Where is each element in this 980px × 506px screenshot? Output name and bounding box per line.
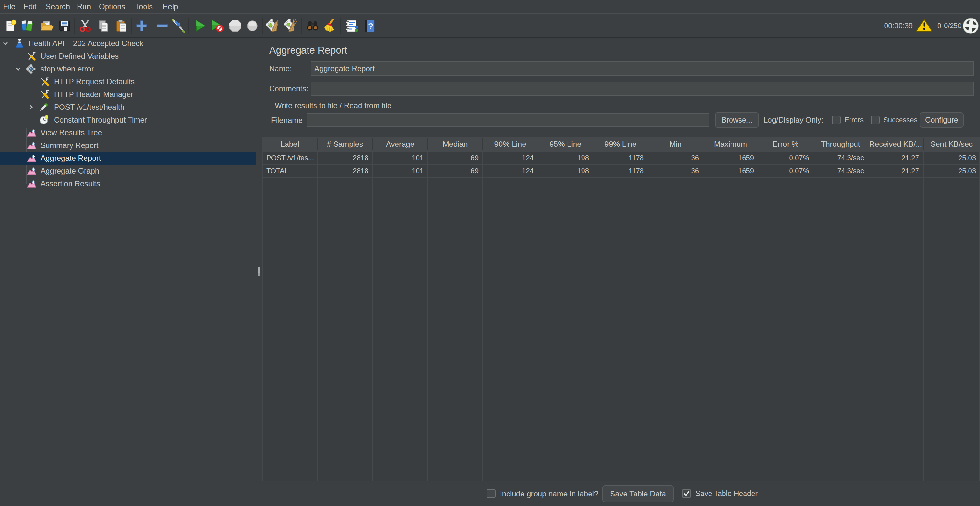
- svg-text:?: ?: [368, 21, 373, 31]
